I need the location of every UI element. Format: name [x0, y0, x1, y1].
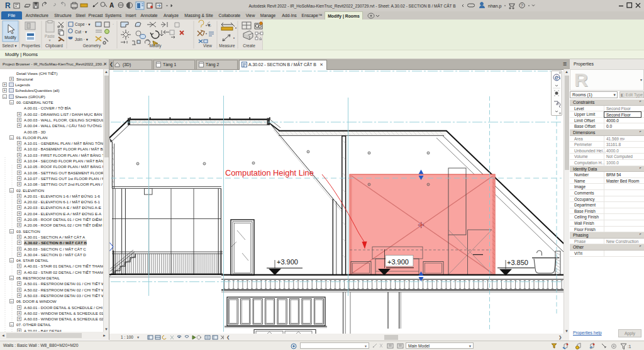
svg-text:Cope · ▾: Cope · ▾	[75, 22, 91, 27]
svg-text:+3.900: +3.900	[387, 258, 409, 266]
svg-text:Select ▾: Select ▾	[2, 43, 17, 48]
svg-text:Join · ▾: Join · ▾	[75, 37, 89, 42]
svg-text:Clipboard: Clipboard	[45, 43, 63, 48]
svg-text:Create: Create	[243, 43, 255, 48]
svg-text:Computation Height Line: Computation Height Line	[225, 168, 314, 178]
svg-text::1: :1	[628, 344, 631, 349]
svg-text:View: View	[203, 43, 212, 48]
svg-text:nhan.p: nhan.p	[488, 4, 502, 9]
svg-text:Modify: Modify	[4, 35, 16, 40]
svg-text:R: R	[5, 1, 11, 10]
svg-text:+3.900: +3.900	[277, 258, 298, 266]
svg-text:·: ·	[206, 31, 207, 35]
svg-text:·: ·	[235, 26, 236, 30]
svg-text:Paste: Paste	[45, 34, 55, 38]
svg-text:Properties: Properties	[21, 43, 40, 48]
svg-text:·: ·	[113, 22, 114, 26]
svg-text:Autodesk Revit 2022 - IR_HoSoM: Autodesk Revit 2022 - IR_HoSoMau-KienTru…	[248, 3, 455, 9]
svg-text:?: ?	[521, 3, 523, 8]
svg-text:A: A	[109, 2, 114, 9]
svg-text:·: ·	[233, 36, 235, 40]
svg-text:Geometry: Geometry	[83, 43, 101, 48]
svg-text:▾: ▾	[48, 38, 50, 42]
svg-text:+3.850: +3.850	[507, 259, 528, 266]
svg-text:Cut · ▾: Cut · ▾	[75, 30, 87, 34]
svg-text:Measure: Measure	[219, 43, 235, 48]
svg-text:R: R	[574, 71, 588, 89]
